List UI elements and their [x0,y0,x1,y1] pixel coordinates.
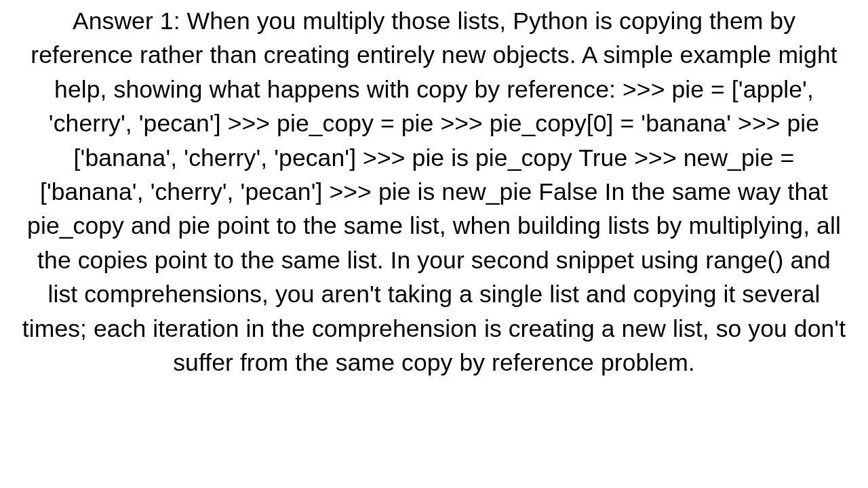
answer-body: Answer 1: When you multiply those lists,… [0,0,868,488]
